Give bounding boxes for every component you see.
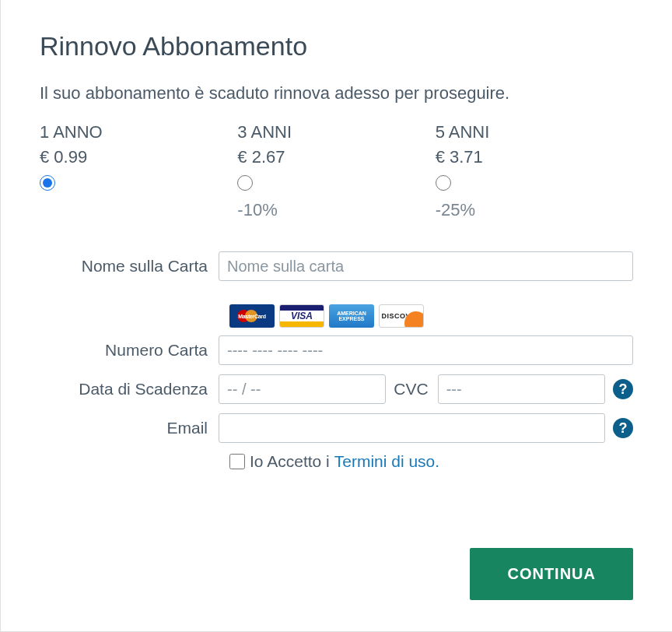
- plan-radio-1-year[interactable]: [40, 175, 55, 191]
- expiry-label: Data di Scadenza: [40, 380, 219, 399]
- email-label: Email: [40, 419, 219, 437]
- plan-price: € 0.99: [40, 147, 237, 167]
- card-brand-icons: MasterCard VISA AMERICAN EXPRESS DISCOVE…: [229, 304, 633, 328]
- plan-discount: -25%: [436, 200, 633, 220]
- plan-radio-5-years[interactable]: [436, 175, 451, 191]
- page-title: Rinnovo Abbonamento: [40, 31, 633, 61]
- card-name-label: Nome sulla Carta: [40, 257, 219, 276]
- plan-discount: -10%: [237, 200, 435, 220]
- visa-icon: VISA: [279, 304, 324, 328]
- mastercard-icon: MasterCard: [229, 304, 275, 328]
- amex-icon: AMERICAN EXPRESS: [329, 304, 374, 328]
- email-help-icon[interactable]: ?: [613, 418, 633, 438]
- card-number-label: Numero Carta: [40, 341, 219, 360]
- terms-link[interactable]: Termini di uso.: [334, 452, 439, 471]
- page-subtitle: Il suo abbonamento è scaduto rinnova ade…: [40, 83, 633, 104]
- plan-5-years: 5 ANNI € 3.71 -25%: [436, 122, 633, 220]
- cvc-label: CVC: [394, 380, 428, 399]
- plan-name: 5 ANNI: [436, 122, 633, 142]
- continue-button[interactable]: CONTINUA: [470, 548, 633, 600]
- expiry-input[interactable]: [219, 374, 386, 404]
- cvc-help-icon[interactable]: ?: [613, 379, 633, 399]
- terms-prefix: Io Accetto i: [250, 452, 330, 471]
- plan-1-year: 1 ANNO € 0.99: [40, 122, 237, 220]
- plan-price: € 2.67: [237, 147, 435, 167]
- plan-options: 1 ANNO € 0.99 3 ANNI € 2.67 -10% 5 ANNI …: [40, 122, 633, 220]
- email-input[interactable]: [219, 413, 605, 443]
- discover-icon: DISCOVER: [379, 304, 424, 328]
- plan-3-years: 3 ANNI € 2.67 -10%: [237, 122, 435, 220]
- plan-radio-3-years[interactable]: [237, 175, 253, 191]
- subscription-renewal-modal: Rinnovo Abbonamento Il suo abbonamento è…: [0, 0, 672, 632]
- terms-checkbox[interactable]: [229, 454, 245, 469]
- plan-price: € 3.71: [436, 147, 633, 167]
- plan-name: 1 ANNO: [40, 122, 237, 142]
- cvc-input[interactable]: [438, 374, 605, 404]
- card-number-input[interactable]: [219, 335, 633, 365]
- terms-row: Io Accetto i Termini di uso.: [229, 452, 633, 471]
- plan-name: 3 ANNI: [237, 122, 435, 142]
- card-name-input[interactable]: [219, 251, 633, 281]
